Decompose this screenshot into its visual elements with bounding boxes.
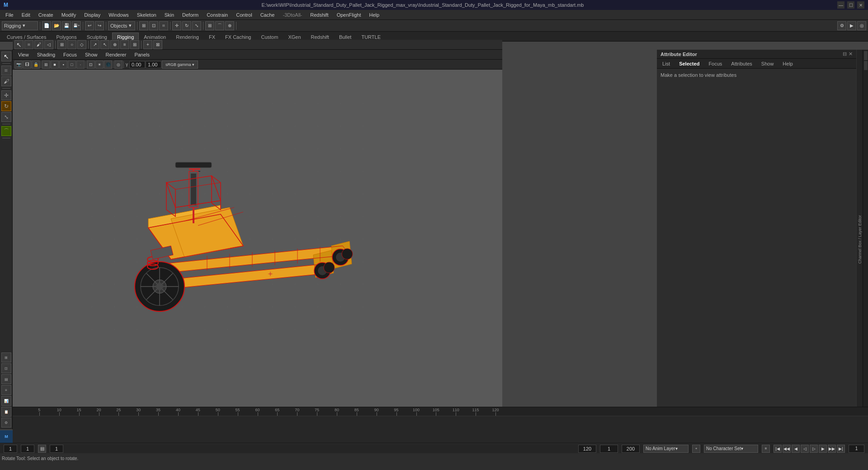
- show-hide-button[interactable]: +: [143, 40, 152, 49]
- scale-tool-button[interactable]: ⤡: [192, 21, 201, 30]
- char-set-select[interactable]: No Character Set ▾: [704, 445, 758, 453]
- ik-spline-button[interactable]: ◇: [77, 40, 86, 49]
- maya-icon[interactable]: M: [0, 430, 13, 443]
- prev-frame-button[interactable]: ◀◀: [783, 445, 791, 453]
- play-back-button[interactable]: ◁: [801, 445, 809, 453]
- vp-smooth-shade-button[interactable]: ■: [51, 61, 59, 69]
- ae-tab-selected[interactable]: Selected: [675, 60, 703, 67]
- connect-joint-button[interactable]: ⊞: [130, 40, 139, 49]
- curve-sidebar-button[interactable]: ⌒: [1, 126, 11, 136]
- vp-wireframe-button[interactable]: ⊞: [42, 61, 50, 69]
- channel-box-button[interactable]: 📊: [1, 396, 11, 406]
- objects-dropdown[interactable]: Objects ▾: [108, 21, 135, 30]
- ae-tab-help[interactable]: Help: [779, 60, 797, 67]
- vp-film-button[interactable]: 🎞: [23, 61, 31, 69]
- rotate-tool-button[interactable]: ↻: [182, 21, 191, 30]
- insert-joint-button[interactable]: ↗: [90, 40, 99, 49]
- gamma-input[interactable]: [129, 61, 145, 68]
- next-frame-button[interactable]: ▶▶: [828, 445, 836, 453]
- select-tool-button[interactable]: ↖: [14, 40, 24, 49]
- step-forward-button[interactable]: ▶: [819, 445, 827, 453]
- range-max-input[interactable]: [622, 445, 640, 453]
- current-frame-input[interactable]: [21, 445, 34, 453]
- menu-file[interactable]: File: [2, 11, 17, 19]
- vp-isolate-button[interactable]: ◎: [114, 61, 123, 69]
- attr-editor-close-button[interactable]: ✕: [849, 51, 853, 57]
- snap-grid-button[interactable]: ⊞: [205, 21, 214, 30]
- save-scene-button[interactable]: 💾: [62, 21, 71, 30]
- ae-tab-focus[interactable]: Focus: [705, 60, 726, 67]
- go-start-button[interactable]: |◀: [774, 445, 782, 453]
- new-scene-button[interactable]: 📄: [42, 21, 51, 30]
- menu-redshift[interactable]: Redshift: [307, 11, 332, 19]
- vp-menu-panels[interactable]: Panels: [131, 51, 153, 58]
- display-layer-button[interactable]: ▤: [1, 374, 11, 384]
- viewport-canvas[interactable]: persp: [13, 70, 502, 429]
- disconnect-joint-button[interactable]: ≡: [120, 40, 129, 49]
- open-scene-button[interactable]: 📂: [52, 21, 61, 30]
- right-strip-btn-2[interactable]: [864, 61, 868, 70]
- ik-handle-button[interactable]: ○: [67, 40, 76, 49]
- scale-sidebar-button[interactable]: ⤡: [1, 112, 11, 122]
- vp-texture-button[interactable]: ⊡: [87, 61, 95, 69]
- menu-windows[interactable]: Windows: [105, 11, 132, 19]
- maximize-button[interactable]: ☐: [847, 1, 854, 9]
- ae-tab-list[interactable]: List: [659, 60, 674, 67]
- vp-light-button[interactable]: ☀: [95, 61, 104, 69]
- lasso-select-button[interactable]: ⌗: [24, 40, 33, 49]
- attr-editor-sidebar-button[interactable]: 📋: [1, 407, 11, 417]
- menu-openflight[interactable]: OpenFlight: [333, 11, 365, 19]
- menu-skeleton[interactable]: Skeleton: [133, 11, 160, 19]
- vp-bounding-box-button[interactable]: □: [68, 61, 76, 69]
- rotate-sidebar-active-button[interactable]: ↻: [1, 101, 11, 111]
- select-by-hierarchy-button[interactable]: ⊞: [139, 21, 148, 30]
- lasso-button[interactable]: ⌗: [159, 21, 168, 30]
- menu-constrain[interactable]: Constrain: [203, 11, 231, 19]
- vp-shadow-button[interactable]: 🌑: [104, 61, 112, 69]
- minimize-button[interactable]: —: [837, 1, 844, 9]
- menu-cache[interactable]: Cache: [257, 11, 278, 19]
- vp-menu-lighting[interactable]: Focus: [60, 51, 80, 58]
- select-arrow-button[interactable]: ↖: [1, 52, 11, 61]
- vp-flat-shade-button[interactable]: ▪: [59, 61, 67, 69]
- lasso-tool-button[interactable]: ⌗: [1, 66, 11, 75]
- soft-select-button[interactable]: ◁: [44, 40, 53, 49]
- move-sidebar-button[interactable]: ✛: [1, 90, 11, 100]
- current-frame-display[interactable]: 1: [849, 445, 864, 453]
- menu-help[interactable]: Help: [365, 11, 383, 19]
- vp-menu-shading[interactable]: Shading: [33, 51, 59, 58]
- right-strip-btn-1[interactable]: [864, 51, 868, 60]
- paint-tool-button[interactable]: 🖌: [1, 76, 11, 86]
- end-frame-input[interactable]: [578, 445, 596, 453]
- ipr-button[interactable]: ◎: [857, 21, 866, 30]
- frame-step-input[interactable]: [50, 445, 63, 453]
- anim-layer-select[interactable]: No Anim Layer ▾: [643, 445, 689, 453]
- menu-edit[interactable]: Edit: [18, 11, 34, 19]
- paint-select-button[interactable]: 🖌: [34, 40, 43, 49]
- layer-editor-button[interactable]: ⊞: [1, 352, 11, 362]
- char-set-options-button[interactable]: ≡: [762, 445, 770, 453]
- vp-color-space-button[interactable]: sRGB gamma ▾: [162, 61, 198, 69]
- vp-camera-button[interactable]: 📷: [14, 61, 23, 69]
- redo-button[interactable]: ↪: [95, 21, 104, 30]
- menu-create[interactable]: Create: [35, 11, 57, 19]
- attr-editor-float-button[interactable]: ⊟: [843, 51, 847, 57]
- vp-menu-renderer[interactable]: Renderer: [102, 51, 130, 58]
- close-button[interactable]: ✕: [857, 1, 864, 9]
- ae-tab-attributes[interactable]: Attributes: [727, 60, 755, 67]
- range-min-input[interactable]: [600, 445, 618, 453]
- go-end-button[interactable]: ▶|: [837, 445, 845, 453]
- snap-point-button[interactable]: ⊕: [225, 21, 234, 30]
- anim-layer-sidebar-button[interactable]: ≡: [1, 385, 11, 395]
- vp-menu-show[interactable]: Show: [81, 51, 101, 58]
- step-back-button[interactable]: ◀: [792, 445, 800, 453]
- vp-lock-button[interactable]: 🔒: [32, 61, 40, 69]
- ae-tab-show[interactable]: Show: [758, 60, 778, 67]
- menu-deform[interactable]: Deform: [179, 11, 202, 19]
- vp-menu-view[interactable]: View: [14, 51, 33, 58]
- anim-layer-add-button[interactable]: +: [692, 445, 700, 453]
- render-layer-button[interactable]: ⊡: [1, 363, 11, 373]
- set-preferred-angle-button[interactable]: ⊠: [153, 40, 162, 49]
- render-button[interactable]: ▶: [847, 21, 856, 30]
- select-by-component-button[interactable]: ⊡: [149, 21, 158, 30]
